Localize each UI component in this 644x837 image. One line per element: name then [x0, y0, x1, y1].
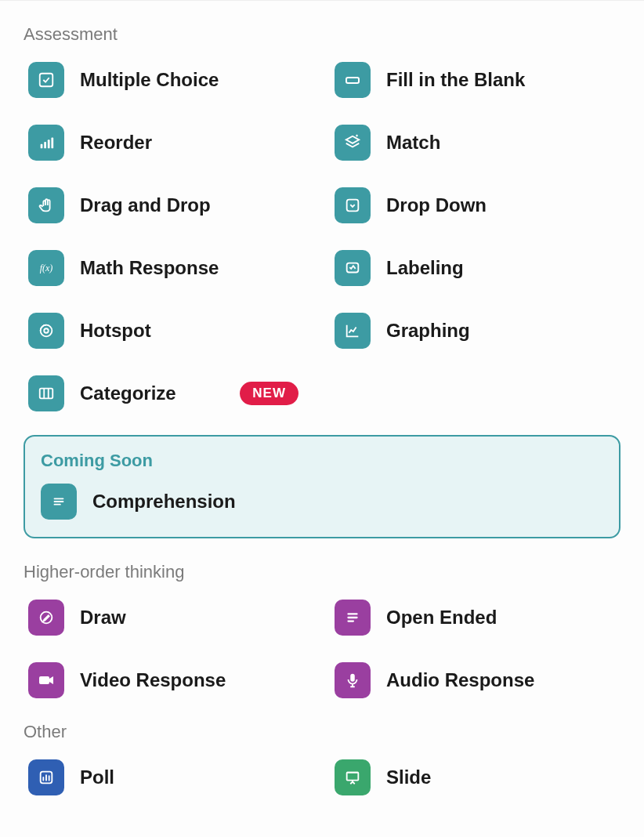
bars-icon	[28, 125, 64, 161]
hand-icon	[28, 187, 64, 223]
item-drop-down[interactable]: Drop Down	[330, 187, 620, 223]
item-fill-blank[interactable]: Fill in the Blank	[330, 62, 620, 98]
item-match[interactable]: Match	[330, 125, 620, 161]
svg-rect-6	[347, 200, 359, 212]
chart-line-icon	[335, 313, 371, 349]
item-video-response[interactable]: Video Response	[24, 662, 314, 698]
item-label: Graphing	[386, 320, 620, 342]
item-open-ended[interactable]: Open Ended	[330, 600, 620, 636]
section-title-other: Other	[24, 722, 620, 742]
assessment-grid: Multiple Choice Fill in the Blank Reorde…	[24, 62, 620, 411]
blank-icon	[335, 62, 371, 98]
item-label: Categorize	[80, 382, 224, 404]
checkbox-icon	[28, 62, 64, 98]
item-labeling[interactable]: Labeling	[330, 250, 620, 286]
section-title-assessment: Assessment	[24, 24, 620, 45]
item-label: Comprehension	[92, 491, 603, 513]
item-audio-response[interactable]: Audio Response	[330, 662, 620, 698]
item-draw[interactable]: Draw	[24, 600, 314, 636]
function-icon: f(x)	[28, 250, 64, 286]
dropdown-icon	[335, 187, 371, 223]
section-title-higher-order: Higher-order thinking	[24, 562, 620, 582]
columns-icon	[28, 375, 64, 411]
item-poll[interactable]: Poll	[24, 759, 314, 795]
item-label: Hotspot	[80, 320, 314, 342]
presentation-icon	[335, 759, 371, 795]
item-categorize[interactable]: Categorize NEW	[24, 375, 314, 411]
item-math-response[interactable]: f(x) Math Response	[24, 250, 314, 286]
item-label: Reorder	[80, 132, 314, 154]
item-label: Audio Response	[386, 669, 620, 691]
item-label: Fill in the Blank	[386, 69, 620, 91]
item-label: Slide	[386, 766, 620, 788]
svg-text:f(x): f(x)	[40, 263, 53, 274]
other-grid: Poll Slide	[24, 759, 620, 795]
item-label: Multiple Choice	[80, 69, 314, 91]
svg-rect-11	[40, 389, 53, 399]
svg-rect-4	[48, 140, 50, 148]
higher-order-grid: Draw Open Ended Video Response Audio Res…	[24, 600, 620, 698]
item-graphing[interactable]: Graphing	[330, 313, 620, 349]
item-label: Math Response	[80, 257, 314, 279]
target-icon	[28, 313, 64, 349]
item-reorder[interactable]: Reorder	[24, 125, 314, 161]
item-label: Draw	[80, 607, 314, 629]
svg-rect-2	[41, 144, 43, 149]
item-label: Match	[386, 132, 620, 154]
item-drag-drop[interactable]: Drag and Drop	[24, 187, 314, 223]
svg-rect-1	[346, 78, 359, 83]
lines-icon	[41, 484, 77, 520]
item-slide[interactable]: Slide	[330, 759, 620, 795]
svg-point-10	[44, 328, 49, 333]
poll-icon	[28, 759, 64, 795]
new-badge: NEW	[240, 382, 298, 405]
item-label: Open Ended	[386, 607, 620, 629]
coming-soon-title: Coming Soon	[41, 451, 603, 471]
item-label: Drop Down	[386, 194, 620, 216]
microphone-icon	[335, 662, 371, 698]
item-label: Video Response	[80, 669, 314, 691]
item-hotspot[interactable]: Hotspot	[24, 313, 314, 349]
pencil-icon	[28, 600, 64, 636]
svg-rect-3	[44, 142, 46, 148]
video-icon	[28, 662, 64, 698]
layers-icon	[335, 125, 371, 161]
item-multiple-choice[interactable]: Multiple Choice	[24, 62, 314, 98]
svg-rect-5	[51, 138, 53, 149]
text-lines-icon	[335, 600, 371, 636]
svg-rect-16	[347, 773, 359, 781]
item-label: Poll	[80, 766, 314, 788]
item-label: Labeling	[386, 257, 620, 279]
label-icon	[335, 250, 371, 286]
svg-rect-14	[350, 674, 355, 682]
svg-rect-13	[39, 676, 49, 684]
svg-rect-0	[40, 74, 53, 87]
item-label: Drag and Drop	[80, 194, 314, 216]
item-comprehension[interactable]: Comprehension	[41, 484, 603, 520]
coming-soon-box: Coming Soon Comprehension	[24, 435, 620, 538]
